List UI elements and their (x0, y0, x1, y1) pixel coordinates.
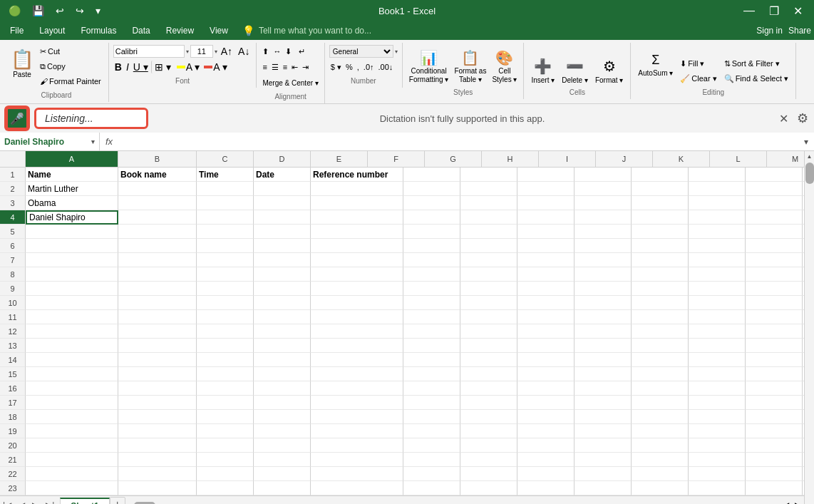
cell-D9[interactable] (254, 282, 311, 296)
tell-me-box[interactable]: 💡 Tell me what you want to do... (242, 25, 755, 36)
row-header-21[interactable]: 21 (0, 453, 26, 467)
cell-J22[interactable] (632, 467, 689, 481)
cell-H16[interactable] (517, 381, 575, 396)
cell-A17[interactable] (26, 396, 118, 410)
cell-c3[interactable] (197, 196, 254, 210)
cell-d1[interactable]: Date (254, 168, 311, 182)
col-header-g[interactable]: G (425, 151, 482, 167)
cell-B6[interactable] (118, 239, 197, 253)
cell-E13[interactable] (311, 339, 403, 353)
cell-d4[interactable] (254, 210, 311, 225)
cell-K5[interactable] (689, 225, 746, 239)
cell-E6[interactable] (311, 239, 403, 253)
scroll-thumb-horizontal[interactable] (134, 502, 155, 505)
cell-D23[interactable] (254, 481, 311, 495)
menu-file[interactable]: File (3, 24, 31, 38)
row-header-18[interactable]: 18 (0, 410, 26, 424)
cell-H12[interactable] (517, 324, 575, 339)
redo-icon[interactable]: ↪ (73, 4, 87, 18)
row-header-4[interactable]: 4 (0, 210, 26, 225)
cell-a1[interactable]: Name (26, 168, 118, 182)
indent-increase-button[interactable]: ⇥ (301, 61, 310, 73)
cell-a4[interactable]: Daniel Shapiro (26, 210, 118, 225)
cell-l1[interactable] (746, 168, 803, 182)
cell-E18[interactable] (311, 410, 403, 424)
cell-j4[interactable] (632, 210, 689, 225)
cell-G7[interactable] (460, 253, 517, 267)
cell-I5[interactable] (575, 225, 632, 239)
cell-a2[interactable]: Martin Luther (26, 182, 118, 196)
number-format-select[interactable]: General Number Currency Percentage (329, 45, 393, 58)
cell-F5[interactable] (403, 225, 460, 239)
cell-h4[interactable] (517, 210, 575, 225)
format-painter-button[interactable]: 🖌 Format Painter (37, 74, 104, 88)
cell-C10[interactable] (197, 296, 254, 310)
cell-E7[interactable] (311, 253, 403, 267)
row-header-1[interactable]: 1 (0, 168, 26, 182)
cell-C15[interactable] (197, 367, 254, 381)
cell-B9[interactable] (118, 282, 197, 296)
cell-G19[interactable] (460, 424, 517, 438)
cell-D19[interactable] (254, 424, 311, 438)
decrease-font-button[interactable]: A↓ (236, 45, 252, 58)
cell-L23[interactable] (746, 481, 803, 495)
cell-L20[interactable] (746, 438, 803, 453)
row-header-23[interactable]: 23 (0, 481, 26, 495)
add-sheet-button[interactable]: + (110, 497, 125, 505)
cell-A8[interactable] (26, 267, 118, 282)
cell-C8[interactable] (197, 267, 254, 282)
cell-K10[interactable] (689, 296, 746, 310)
cell-e2[interactable] (311, 182, 403, 196)
text-wrap-button[interactable]: ↵ (297, 45, 306, 58)
cell-F11[interactable] (403, 310, 460, 324)
cell-I8[interactable] (575, 267, 632, 282)
cell-I23[interactable] (575, 481, 632, 495)
cell-A7[interactable] (26, 253, 118, 267)
cell-J19[interactable] (632, 424, 689, 438)
currency-button[interactable]: $ ▾ (329, 61, 343, 73)
cell-I15[interactable] (575, 367, 632, 381)
cell-A14[interactable] (26, 353, 118, 367)
cell-J17[interactable] (632, 396, 689, 410)
cell-L15[interactable] (746, 367, 803, 381)
cell-B15[interactable] (118, 367, 197, 381)
row-header-12[interactable]: 12 (0, 324, 26, 339)
sheet-nav-first[interactable]: |◀ (0, 499, 14, 505)
row-header-9[interactable]: 9 (0, 282, 26, 296)
cell-styles-button[interactable]: 🎨 CellStyles ▾ (490, 44, 519, 86)
cell-K14[interactable] (689, 353, 746, 367)
cell-G6[interactable] (460, 239, 517, 253)
cell-G14[interactable] (460, 353, 517, 367)
cell-F21[interactable] (403, 453, 460, 467)
cell-E20[interactable] (311, 438, 403, 453)
cell-D16[interactable] (254, 381, 311, 396)
cell-L14[interactable] (746, 353, 803, 367)
cell-i4[interactable] (575, 210, 632, 225)
cell-f3[interactable] (403, 196, 460, 210)
cell-K19[interactable] (689, 424, 746, 438)
cell-G8[interactable] (460, 267, 517, 282)
maximize-button[interactable]: ❐ (763, 3, 785, 19)
cell-C5[interactable] (197, 225, 254, 239)
cell-B22[interactable] (118, 467, 197, 481)
cell-J18[interactable] (632, 410, 689, 424)
cell-H13[interactable] (517, 339, 575, 353)
insert-button[interactable]: ➕ Insert ▾ (528, 44, 557, 86)
cell-k3[interactable] (689, 196, 746, 210)
name-box[interactable]: Daniel Shapiro ▾ (0, 133, 100, 150)
cell-I17[interactable] (575, 396, 632, 410)
cell-L5[interactable] (746, 225, 803, 239)
font-name-dropdown[interactable]: ▾ (186, 48, 189, 55)
cell-A21[interactable] (26, 453, 118, 467)
cell-K22[interactable] (689, 467, 746, 481)
cell-b2[interactable] (118, 182, 197, 196)
cell-C6[interactable] (197, 239, 254, 253)
align-bottom-button[interactable]: ⬇ (284, 45, 293, 58)
number-format-dropdown[interactable]: ▾ (395, 48, 398, 55)
cell-B16[interactable] (118, 381, 197, 396)
row-header-8[interactable]: 8 (0, 267, 26, 282)
cell-K8[interactable] (689, 267, 746, 282)
font-name-input[interactable] (113, 45, 185, 58)
cell-I18[interactable] (575, 410, 632, 424)
cell-F8[interactable] (403, 267, 460, 282)
